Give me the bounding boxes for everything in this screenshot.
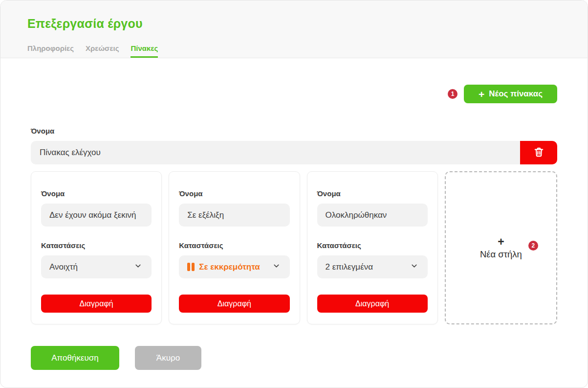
dialog-body: 1 + Νέος πίνακας Όνομα [0,85,588,370]
column-card-in-progress: Όνομα Καταστάσεις Σε εκκρεμότητα Διαγραφ… [169,171,300,324]
delete-column-button[interactable]: Διαγραφή [317,295,428,313]
board-name-label: Όνομα [31,127,557,135]
board-name-input[interactable] [31,141,520,164]
tab-boards[interactable]: Πίνακες [131,44,158,58]
page-title: Επεξεργασία έργου [27,17,143,31]
column-name-input[interactable] [41,204,152,227]
chevron-down-icon [134,262,142,273]
column-name-label: Όνομα [317,189,428,198]
statuses-select[interactable]: 2 επιλεγμένα [317,255,428,278]
column-name-label: Όνομα [179,189,289,198]
tab-information[interactable]: Πληροφορίες [27,44,74,58]
boards-toolbar: 1 + Νέος πίνακας [31,85,557,103]
step-badge-2: 2 [528,241,538,251]
statuses-select[interactable]: Ανοιχτή [41,255,152,278]
column-name-input[interactable] [179,204,289,227]
new-column-button[interactable]: + Νέα στήλη 2 [445,171,557,324]
column-name-input[interactable] [317,204,428,227]
new-table-button-label: Νέος πίνακας [489,89,543,99]
trash-icon [533,146,544,159]
dialog-header: Επεξεργασία έργου Πληροφορίες Χρεώσεις Π… [0,0,588,58]
column-name-label: Όνομα [41,189,152,198]
dialog-footer: Αποθήκευση Άκυρο [31,346,557,370]
pending-status-icon [187,263,195,271]
chevron-down-icon [410,262,418,273]
tab-bar: Πληροφορίες Χρεώσεις Πίνακες [27,44,158,58]
new-table-button[interactable]: + Νέος πίνακας [464,85,557,103]
cancel-button[interactable]: Άκυρο [135,346,201,370]
column-statuses-label: Καταστάσεις [179,241,289,250]
column-card-not-started: Όνομα Καταστάσεις Ανοιχτή Διαγραφή [31,171,162,324]
statuses-select-value: Σε εκκρεμότητα [199,262,260,272]
step-badge-1: 1 [448,89,457,99]
column-card-completed: Όνομα Καταστάσεις 2 επιλεγμένα Διαγραφή [307,171,438,324]
statuses-select[interactable]: Σε εκκρεμότητα [179,255,289,278]
chevron-down-icon [272,262,281,273]
board-columns: Όνομα Καταστάσεις Ανοιχτή Διαγραφή Όνομα [31,171,557,324]
board-name-row [31,141,557,164]
edit-project-dialog: Επεξεργασία έργου Πληροφορίες Χρεώσεις Π… [0,0,588,388]
statuses-select-value: Ανοιχτή [49,262,78,272]
delete-column-button[interactable]: Διαγραφή [41,295,152,313]
new-column-label: Νέα στήλη [480,249,522,260]
delete-column-button[interactable]: Διαγραφή [179,295,289,313]
delete-board-button[interactable] [520,141,557,164]
tab-charges[interactable]: Χρεώσεις [86,44,119,58]
plus-icon: + [480,236,522,248]
statuses-select-value: 2 επιλεγμένα [326,262,373,272]
column-statuses-label: Καταστάσεις [317,241,428,250]
column-statuses-label: Καταστάσεις [41,241,152,250]
plus-icon: + [479,89,484,99]
save-button[interactable]: Αποθήκευση [31,346,119,370]
